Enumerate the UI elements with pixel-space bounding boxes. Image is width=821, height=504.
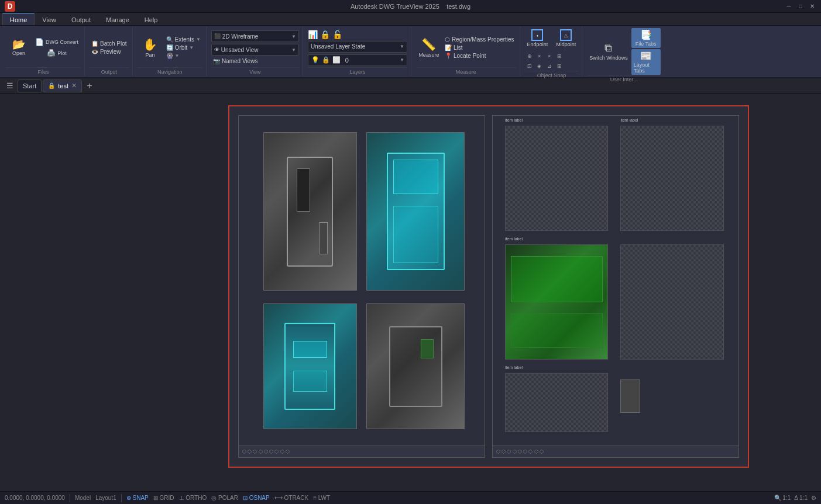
title-text: Autodesk DWG TrueView 2025 test.dwg (351, 3, 470, 10)
open-label: Open (12, 50, 25, 56)
named-view-dropdown[interactable]: 👁 Unsaved View ▼ (211, 44, 299, 56)
tab-output[interactable]: Output (64, 13, 98, 25)
tab-home[interactable]: Home (2, 13, 35, 25)
preview-button[interactable]: 👁️ Preview (90, 48, 129, 56)
polar-toggle[interactable]: ◎ POLAR (211, 495, 238, 501)
pan-icon: ✋ (143, 37, 157, 51)
sheet-1[interactable]: ⬡ ⬡ ⬡ ⬡ ⬡ ⬡ ⬡ ⬡ ⬡ (238, 115, 485, 458)
zoom-level: 🔍 1:1 (774, 495, 791, 501)
measure-icon: 📏 (421, 37, 436, 51)
tab-lock-icon: 🔒 (48, 82, 55, 89)
sheet2-item5: item label (505, 373, 608, 433)
navigation-group-label: Navigation (138, 67, 202, 75)
snap-btn-2[interactable]: × (535, 51, 544, 61)
ribbon-panel: 📂 Open 📄 DWG Convert 🖨️ Plot Files 📋 (0, 26, 821, 78)
snap-btn-1[interactable]: ⊕ (525, 51, 534, 61)
file-tabs-button[interactable]: 📑 File Tabs (631, 28, 661, 48)
add-tab-button[interactable]: + (83, 80, 96, 92)
zoom-extents-icon: 🔍 (166, 36, 173, 43)
tab-manage[interactable]: Manage (98, 13, 137, 25)
snap-btn-7[interactable]: ⊿ (545, 61, 554, 71)
zoom-extents-button[interactable]: 🔍 Extents ▼ (164, 36, 202, 43)
ribbon-tab-bar: Home View Output Manage Help (0, 13, 821, 26)
annotation-scale[interactable]: Δ 1:1 (794, 495, 808, 501)
measure-group-label: Measure (416, 67, 516, 75)
snap-btn-4[interactable]: ⊞ (555, 51, 564, 61)
layer-props-icon[interactable]: 📊 (308, 30, 318, 39)
batch-plot-icon: 📋 (91, 40, 98, 47)
midpoint-icon: △ (560, 29, 572, 41)
locate-point-button[interactable]: 📍 Locate Point (443, 52, 516, 60)
layout1-button[interactable]: Layout1 (95, 495, 116, 501)
region-mass-button[interactable]: ⬡ Region/Mass Properties (443, 36, 516, 43)
tab-close-icon[interactable]: ✕ (71, 82, 77, 89)
batch-plot-button[interactable]: 📋 Batch Plot (90, 40, 129, 47)
close-button[interactable]: ✕ (808, 2, 816, 11)
ui-group-label: User Inter... (587, 75, 661, 82)
otrack-toggle[interactable]: ⟷ OTRACK (274, 495, 308, 501)
drawing-item-1 (263, 132, 357, 291)
titlebar: D Autodesk DWG TrueView 2025 test.dwg ─ … (0, 0, 821, 13)
switch-windows-button[interactable]: ⧉ Switch Windows (587, 33, 630, 70)
lineweight-toggle[interactable]: ≡ LWT (313, 495, 330, 501)
tab-view[interactable]: View (35, 13, 64, 25)
minimize-button[interactable]: ─ (785, 2, 793, 11)
maximize-button[interactable]: □ (796, 2, 805, 11)
visual-style-dropdown[interactable]: ⬛ 2D Wireframe ▼ (211, 30, 299, 42)
snap-btn-6[interactable]: ◈ (535, 61, 544, 71)
steering-wheels-button[interactable]: 🎡 ▼ (164, 52, 202, 60)
workspace-toggle[interactable]: ⚙ (811, 495, 816, 501)
plot-icon: 🖨️ (47, 49, 56, 57)
sheet-1-content (239, 116, 485, 446)
test-tab[interactable]: 🔒 test ✕ (43, 80, 82, 92)
sheet2-item4 (620, 244, 723, 360)
open-button[interactable]: 📂 Open (6, 29, 32, 67)
measure-button[interactable]: 📏 Measure (416, 29, 442, 67)
color-icon[interactable]: ⬜ (332, 56, 341, 65)
drawing-viewport[interactable]: ⬡ ⬡ ⬡ ⬡ ⬡ ⬡ ⬡ ⬡ ⬡ item label item label (228, 105, 749, 468)
layer-tools-row: 💡 🔒 ⬜ 0 ▼ (308, 54, 407, 66)
start-tab[interactable]: Start (18, 80, 42, 92)
file-tabs-icon: 📑 (640, 29, 652, 40)
midpoint-button[interactable]: △ Midpoint (554, 28, 578, 49)
orbit-button[interactable]: 🔄 Orbit ▼ (164, 44, 202, 51)
layer-state-dropdown[interactable]: Unsaved Layer State ▼ (308, 41, 407, 53)
view-group-label: View (211, 67, 299, 75)
named-views-button[interactable]: 📷 Named Views (211, 57, 299, 65)
model-button[interactable]: Model (75, 495, 91, 501)
sheet-1-footer: ⬡ ⬡ ⬡ ⬡ ⬡ ⬡ ⬡ ⬡ ⬡ (239, 446, 485, 457)
sheet2-item2: item label (620, 126, 723, 231)
hamburger-menu[interactable]: ☰ (4, 80, 16, 92)
osnap-toggle[interactable]: ⊡ OSNAP (243, 495, 270, 501)
ribbon-group-object-snap: ⬥ Endpoint △ Midpoint ⊕ × × ⊞ ⊡ ◈ ⊿ (521, 27, 583, 76)
grid-toggle[interactable]: ⊞ GRID (153, 495, 174, 501)
layer-uniso-icon[interactable]: 🔓 (332, 30, 342, 39)
endpoint-button[interactable]: ⬥ Endpoint (525, 28, 551, 49)
layers-group-label: Layers (308, 67, 407, 75)
snap-toggle[interactable]: ⊕ SNAP (126, 495, 149, 501)
snap-btn-8[interactable]: ⊞ (555, 61, 564, 71)
sheet-2-footer: ⬡ ⬡ ⬡ ⬡ ⬡ ⬡ ⬡ ⬡ ⬡ (493, 446, 738, 457)
list-button[interactable]: 📝 List (443, 44, 516, 51)
lock-icon[interactable]: 🔒 (321, 56, 331, 65)
ortho-toggle[interactable]: ⊥ ORTHO (179, 495, 207, 501)
pan-button[interactable]: ✋ Pan (138, 29, 163, 67)
plot-button[interactable]: 🖨️ Plot (33, 48, 81, 58)
drawing-item-4 (366, 303, 465, 429)
bulb-icon[interactable]: 💡 (311, 56, 320, 65)
files-group-label: Files (6, 67, 81, 75)
snap-btn-5[interactable]: ⊡ (525, 61, 534, 71)
main-canvas-area: ⬡ ⬡ ⬡ ⬡ ⬡ ⬡ ⬡ ⬡ ⬡ item label item label (0, 94, 821, 504)
window-controls: ─ □ ✕ (785, 2, 816, 11)
tab-help[interactable]: Help (137, 13, 166, 25)
statusbar-sep-1 (70, 494, 70, 502)
ribbon-group-navigation: ✋ Pan 🔍 Extents ▼ 🔄 Orbit ▼ 🎡 ▼ (134, 27, 207, 76)
dwg-convert-button[interactable]: 📄 DWG Convert (33, 37, 81, 47)
tab-bar: ☰ Start 🔒 test ✕ + (0, 78, 821, 94)
sheet-2[interactable]: item label item label item label (492, 115, 739, 458)
snap-btn-3[interactable]: × (545, 51, 554, 61)
layer-iso-icon[interactable]: 🔒 (320, 30, 330, 39)
ribbon-group-measure: 📏 Measure ⬡ Region/Mass Properties 📝 Lis… (413, 27, 520, 76)
layout-tabs-button[interactable]: 📰 Layout Tabs (631, 49, 661, 75)
snap-grid: ⊕ × × ⊞ ⊡ ◈ ⊿ ⊞ (525, 51, 579, 71)
